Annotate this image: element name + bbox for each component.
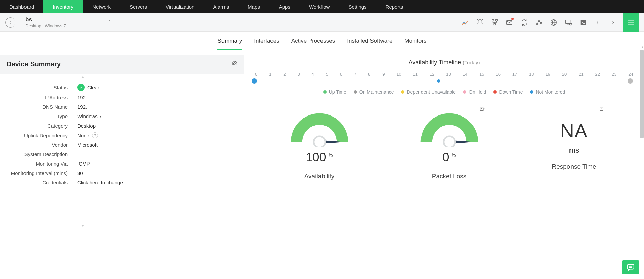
back-button[interactable] <box>5 17 15 28</box>
nav-network[interactable]: Network <box>83 0 120 13</box>
history-icon[interactable] <box>599 107 605 113</box>
timeline-period: (Today) <box>463 60 480 65</box>
terminal-icon[interactable] <box>576 16 590 29</box>
availability-value: 100 <box>306 150 326 164</box>
bell-icon[interactable] <box>473 16 487 29</box>
legend-item: Up Time <box>323 89 346 95</box>
hour-tick: 12 <box>430 72 434 77</box>
tab-summary[interactable]: Summary <box>217 38 242 50</box>
next-device-button[interactable] <box>606 16 620 29</box>
nav-workflow[interactable]: Workflow <box>300 0 339 13</box>
device-meta-dot: . <box>109 16 111 23</box>
gauge-packet-loss: 0% Packet Loss <box>416 110 483 180</box>
notification-dot <box>511 18 514 20</box>
globe-icon[interactable] <box>547 16 561 29</box>
edit-icon[interactable] <box>232 61 238 68</box>
responsetime-label: Response Time <box>546 163 603 170</box>
value-uplink: None <box>77 133 89 138</box>
row-dns: DNS Name 192. <box>7 104 238 110</box>
help-icon[interactable]: ? <box>92 132 98 138</box>
responsetime-value: NA <box>546 120 603 141</box>
packetloss-unit: % <box>451 152 456 158</box>
value-status: Clear <box>87 85 99 90</box>
legend-swatch <box>463 90 466 94</box>
prev-device-button[interactable] <box>591 16 605 29</box>
nav-virtualization[interactable]: Virtualization <box>156 0 204 13</box>
timeline-marker[interactable] <box>252 78 257 84</box>
row-sysdesc: System Description <box>7 151 238 157</box>
scroll-down-handle[interactable] <box>81 223 85 227</box>
label-status: Status <box>7 85 77 90</box>
nav-settings[interactable]: Settings <box>339 0 376 13</box>
legend-item: On Hold <box>463 89 486 95</box>
tab-installed-software[interactable]: Installed Software <box>347 38 392 50</box>
availability-unit: % <box>328 152 333 158</box>
nav-servers[interactable]: Servers <box>120 0 156 13</box>
hour-tick: 16 <box>496 72 500 77</box>
value-interval: 30 <box>77 170 83 176</box>
svg-rect-5 <box>507 20 512 24</box>
nav-dashboard[interactable]: Dashboard <box>0 0 43 13</box>
svg-marker-25 <box>81 225 84 227</box>
hour-tick: 24 <box>628 72 633 77</box>
timeline-title-text: Availability Timeline <box>409 59 461 66</box>
nav-apps[interactable]: Apps <box>269 0 300 13</box>
refresh-icon[interactable] <box>517 16 531 29</box>
hour-tick: 10 <box>396 72 401 77</box>
network-icon[interactable] <box>488 16 502 29</box>
mail-icon[interactable] <box>502 16 516 29</box>
value-monvia: ICMP <box>77 161 90 167</box>
tab-active-processes[interactable]: Active Processes <box>291 38 335 50</box>
nav-maps[interactable]: Maps <box>238 0 269 13</box>
hour-tick: 8 <box>368 72 370 77</box>
tab-interfaces[interactable]: Interfaces <box>254 38 279 50</box>
nav-alarms[interactable]: Alarms <box>204 0 238 13</box>
scroll-up-handle[interactable] <box>81 75 85 79</box>
availability-panel: Availability Timeline (Today) 0123456789… <box>244 50 644 228</box>
legend-swatch <box>354 90 357 94</box>
scrollbar-up-arrow[interactable]: ▴ <box>642 45 643 49</box>
timeline-track[interactable] <box>254 79 634 83</box>
hour-tick: 5 <box>326 72 328 77</box>
nav-inventory[interactable]: Inventory <box>43 0 83 13</box>
timeline-title: Availability Timeline (Today) <box>254 59 634 66</box>
hour-tick: 9 <box>382 72 385 77</box>
row-category: Category Desktop <box>7 123 238 129</box>
packetloss-value: 0 <box>442 150 449 164</box>
svg-rect-4 <box>494 23 496 25</box>
timeline-hours: 0123456789101112131415161718192021222324 <box>254 72 634 77</box>
hour-tick: 7 <box>354 72 356 77</box>
header-toolbar <box>458 13 639 32</box>
panel-title: Device Summary <box>7 60 61 68</box>
legend-swatch <box>530 90 533 94</box>
menu-button[interactable] <box>623 13 639 32</box>
hour-tick: 21 <box>579 72 583 77</box>
timeline-marker[interactable] <box>628 78 633 84</box>
timeline-marker[interactable] <box>437 79 440 83</box>
nav-reports[interactable]: Reports <box>376 0 413 13</box>
svg-rect-12 <box>566 20 571 23</box>
scrollbar-thumb[interactable] <box>640 50 644 138</box>
timeline-line <box>256 81 632 81</box>
hour-tick: 22 <box>595 72 600 77</box>
label-type: Type <box>7 113 77 119</box>
tab-monitors[interactable]: Monitors <box>404 38 426 50</box>
summary-rows: Status Clear IPAddress 192. DNS Name 192… <box>0 74 244 192</box>
legend-item: Not Monitored <box>530 89 565 95</box>
gauges-row: 100% Availability 0% Packet Loss NA <box>254 110 634 180</box>
hour-tick: 4 <box>312 72 314 77</box>
panel-header: Device Summary <box>0 55 244 74</box>
graph-icon[interactable] <box>532 16 546 29</box>
hour-tick: 2 <box>283 72 286 77</box>
legend-label: On Hold <box>469 89 486 95</box>
legend-label: Up Time <box>329 89 346 95</box>
svg-rect-18 <box>581 20 586 25</box>
svg-line-0 <box>477 19 478 20</box>
monitor-remove-icon[interactable] <box>561 16 576 29</box>
chart-icon[interactable] <box>458 16 472 29</box>
packetloss-label: Packet Loss <box>416 173 483 180</box>
legend-swatch <box>401 90 404 94</box>
hour-tick: 14 <box>463 72 467 77</box>
credentials-link[interactable]: Click here to change <box>77 180 123 185</box>
label-ip: IPAddress <box>7 95 77 100</box>
